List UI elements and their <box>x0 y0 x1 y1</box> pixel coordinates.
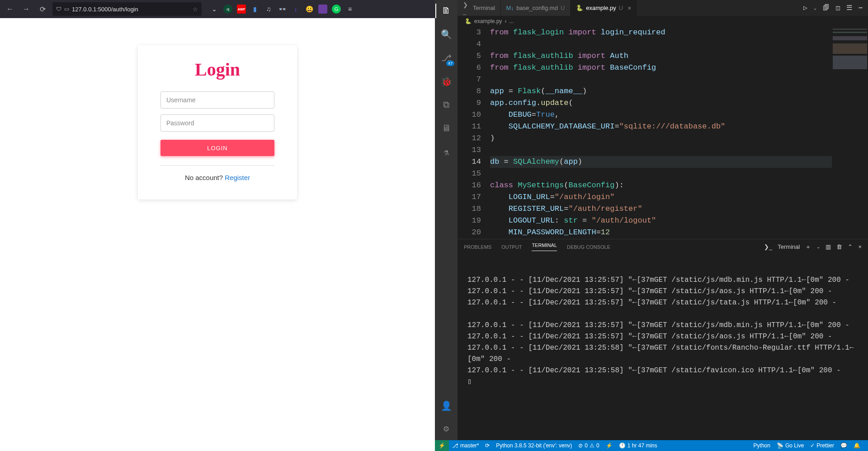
django-extension-icon[interactable]: dj <box>223 5 232 14</box>
terminal-prompt-icon: ❯_ <box>764 243 772 250</box>
tab-example-py[interactable]: 🐍 example.py U × <box>571 0 637 16</box>
music-extension-icon[interactable]: ♫ <box>264 5 273 14</box>
debug-icon[interactable]: 🐞 <box>435 74 457 89</box>
problems-status[interactable]: ⊘ 0 ⚠ 0 <box>575 440 602 451</box>
minimap-thumb <box>833 28 867 69</box>
shield-icon: 🛡 <box>56 6 61 12</box>
chevron-right-icon: › <box>505 18 506 24</box>
editor-tab-bar: ❯_ Terminal М↓ base_config.md U 🐍 exampl… <box>458 0 868 16</box>
code-content[interactable]: from flask_login import login_required f… <box>490 27 832 239</box>
tab-terminal[interactable]: ❯_ Terminal <box>458 0 501 16</box>
editor-zone: ❯_ Terminal М↓ base_config.md U 🐍 exampl… <box>458 0 868 440</box>
wakatime-status[interactable]: 🕐 1 hr 47 mins <box>616 440 660 451</box>
bookmark-star-icon[interactable]: ☆ <box>193 6 198 13</box>
back-button[interactable]: ← <box>4 3 16 15</box>
breadcrumb-file: example.py <box>474 18 502 24</box>
forward-button[interactable]: → <box>20 3 33 15</box>
language-mode-status[interactable]: Python <box>750 442 774 449</box>
notifications-bell-icon[interactable]: 🔔 <box>850 442 863 449</box>
no-account-text: No account? Register <box>160 174 274 181</box>
panel-tab-debug-console[interactable]: DEBUG CONSOLE <box>567 244 610 250</box>
purple-extension-icon[interactable] <box>318 5 327 14</box>
reload-button[interactable]: ⟳ <box>36 3 49 15</box>
tab-git-status: U <box>561 5 565 11</box>
tab-label: example.py <box>586 5 616 11</box>
browser-toolbar: ← → ⟳ 🛡 ▭ 127.0.0.1:5000/auth/login ☆ ⌄ … <box>0 0 435 18</box>
remote-indicator[interactable]: ⚡ <box>435 440 449 451</box>
accounts-icon[interactable]: 👤 <box>435 399 457 413</box>
terminal-dropdown[interactable]: Terminal <box>778 243 800 250</box>
address-bar[interactable]: 🛡 ▭ 127.0.0.1:5000/auth/login ☆ <box>52 2 202 16</box>
scm-badge: 47 <box>446 61 454 66</box>
tab-label: Terminal <box>473 5 495 11</box>
login-card: Login LOGIN No account? Register <box>138 45 297 199</box>
git-branch-status[interactable]: ⎇ master* <box>449 440 482 451</box>
settings-gear-icon[interactable]: ⚙ <box>435 421 457 436</box>
terminal-tab-icon: ❯_ <box>463 5 470 12</box>
adblock-extension-icon[interactable]: ABP <box>237 5 246 14</box>
explorer-icon[interactable]: 🗎 <box>435 4 457 18</box>
password-input[interactable] <box>160 114 274 132</box>
code-editor[interactable]: 34567891011121314151617181920 from flask… <box>458 27 868 239</box>
pocket-icon[interactable]: ⌄ <box>210 5 219 14</box>
username-input[interactable] <box>160 91 274 109</box>
vscode-window: 🗎 🔍 ⎇47 🐞 ⧉ 🖥 ⚗ 👤 ⚙ ❯_ Terminal М↓ bas <box>435 0 868 451</box>
split-editor-icon[interactable]: ◫ <box>836 4 840 12</box>
login-button[interactable]: LOGIN <box>160 140 274 156</box>
browser-window: ← → ⟳ 🛡 ▭ 127.0.0.1:5000/auth/login ☆ ⌄ … <box>0 0 435 451</box>
new-terminal-icon[interactable]: ＋ <box>805 243 811 251</box>
panel-actions: ❯_ Terminal ＋ ⌄ ▥ 🗑 ⌃ × <box>764 243 862 251</box>
tab-label: base_config.md <box>516 5 558 11</box>
tab-base-config[interactable]: М↓ base_config.md U <box>501 0 571 16</box>
download-icon[interactable]: ↓ <box>291 5 300 14</box>
tab-close-icon[interactable]: × <box>627 5 631 12</box>
run-icon[interactable]: ▷ <box>803 4 807 12</box>
page-icon: ▭ <box>64 6 69 12</box>
more-actions-icon[interactable]: ⋯ <box>859 4 863 12</box>
source-control-icon[interactable]: ⎇47 <box>435 51 457 65</box>
login-title: Login <box>160 59 274 80</box>
tab-git-status: U <box>619 5 623 11</box>
extension-icons: ⌄ dj ABP ▮ ♫ 👓 ↓ 😀 G ≡ <box>210 5 354 14</box>
divider <box>160 165 274 166</box>
kill-terminal-icon[interactable]: 🗑 <box>836 243 842 250</box>
compare-icon[interactable]: 🗐 <box>823 4 830 12</box>
python-tab-icon: 🐍 <box>576 5 583 12</box>
breadcrumb[interactable]: 🐍 example.py › ... <box>458 16 868 27</box>
feedback-icon[interactable]: 💬 <box>837 442 850 449</box>
panel-tab-bar: PROBLEMS OUTPUT TERMINAL DEBUG CONSOLE ❯… <box>458 239 868 254</box>
panel-tab-output[interactable]: OUTPUT <box>501 244 522 250</box>
line-number-gutter: 34567891011121314151617181920 <box>458 27 490 239</box>
bookmark-extension-icon[interactable]: ▮ <box>250 5 259 14</box>
list-icon[interactable]: ☰ <box>846 4 852 12</box>
sync-icon[interactable]: ⟳ <box>482 440 493 451</box>
no-account-label: No account? <box>185 174 225 181</box>
python-breadcrumb-icon: 🐍 <box>465 18 472 24</box>
search-icon[interactable]: 🔍 <box>435 27 457 42</box>
run-dropdown-icon[interactable]: ⌄ <box>814 5 816 11</box>
terminal-output[interactable]: 127.0.0.1 - - [11/Dec/2021 13:25:57] "←[… <box>458 254 868 440</box>
python-interpreter-status[interactable]: Python 3.8.5 32-bit ('env': venv) <box>493 440 575 451</box>
minimap[interactable] <box>832 27 868 239</box>
close-panel-icon[interactable]: × <box>858 243 862 250</box>
remote-explorer-icon[interactable]: 🖥 <box>435 121 457 136</box>
testing-icon[interactable]: ⚗ <box>435 145 457 159</box>
prettier-status[interactable]: ✓ Prettier <box>807 442 837 449</box>
bottom-panel: PROBLEMS OUTPUT TERMINAL DEBUG CONSOLE ❯… <box>458 239 868 440</box>
menu-icon[interactable]: ≡ <box>345 5 354 14</box>
glasses-extension-icon[interactable]: 👓 <box>278 5 287 14</box>
status-bar: ⚡ ⎇ master* ⟳ Python 3.8.5 32-bit ('env'… <box>435 440 868 451</box>
register-link[interactable]: Register <box>225 174 250 181</box>
url-text: 127.0.0.1:5000/auth/login <box>72 6 138 13</box>
split-terminal-icon[interactable]: ▥ <box>826 243 831 250</box>
port-icon[interactable]: ⚡ <box>603 440 616 451</box>
emoji-extension-icon[interactable]: 😀 <box>305 5 314 14</box>
terminal-split-dropdown-icon[interactable]: ⌄ <box>816 244 820 249</box>
panel-tab-terminal[interactable]: TERMINAL <box>532 242 557 251</box>
chevron-up-icon[interactable]: ⌃ <box>848 243 853 250</box>
grammarly-extension-icon[interactable]: G <box>332 5 341 14</box>
editor-actions: ▷ ⌄ 🗐 ◫ ☰ ⋯ <box>798 0 868 16</box>
extensions-icon[interactable]: ⧉ <box>435 98 457 112</box>
go-live-status[interactable]: 📡 Go Live <box>774 442 807 449</box>
panel-tab-problems[interactable]: PROBLEMS <box>464 244 491 250</box>
